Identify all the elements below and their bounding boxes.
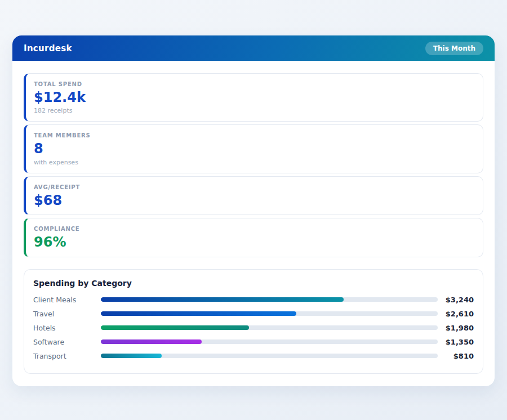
stat-label: COMPLIANCE <box>34 226 474 232</box>
bar-fill <box>101 297 344 302</box>
stat-subtext: 182 receipts <box>34 107 474 114</box>
bar-value: $3,240 <box>438 296 474 304</box>
stat-value: 96% <box>34 235 474 249</box>
app-body: TOTAL SPEND $12.4k 182 receipts TEAM MEM… <box>12 61 495 374</box>
stat-card-compliance: COMPLIANCE 96% <box>24 218 483 257</box>
bar-row-transport: Transport $810 <box>33 349 474 363</box>
bar-row-hotels: Hotels $1,980 <box>33 321 474 335</box>
spending-chart-card: Spending by Category Client Meals $3,240… <box>24 269 483 374</box>
bar-track <box>101 311 438 316</box>
stat-value: $68 <box>34 193 474 208</box>
stat-label: TEAM MEMBERS <box>34 132 474 138</box>
stat-card-team-members: TEAM MEMBERS 8 with expenses <box>24 124 483 173</box>
bar-value: $810 <box>438 352 474 360</box>
bar-value: $1,350 <box>438 338 474 346</box>
bar-track <box>101 297 438 302</box>
bar-track <box>101 325 438 330</box>
bar-fill <box>101 339 202 344</box>
dashboard-container: Incurdesk This Month TOTAL SPEND $12.4k … <box>12 35 495 386</box>
bar-label: Client Meals <box>33 296 101 304</box>
stat-label: TOTAL SPEND <box>34 81 474 87</box>
bar-row-travel: Travel $2,610 <box>33 307 474 321</box>
bar-fill <box>101 354 162 358</box>
bar-row-software: Software $1,350 <box>33 335 474 349</box>
bar-fill <box>101 311 296 316</box>
app-header: Incurdesk This Month <box>12 35 495 61</box>
app-title: Incurdesk <box>24 43 72 53</box>
stat-subtext: with expenses <box>34 159 474 166</box>
stat-value: $12.4k <box>34 90 474 105</box>
bar-label: Travel <box>33 310 101 318</box>
stat-card-total-spend: TOTAL SPEND $12.4k 182 receipts <box>24 73 483 122</box>
stat-value: 8 <box>34 141 474 156</box>
stat-card-avg-receipt: AVG/RECEIPT $68 <box>24 176 483 215</box>
bar-track <box>101 354 438 358</box>
chart-title: Spending by Category <box>33 279 474 288</box>
bar-value: $1,980 <box>438 324 474 332</box>
bar-fill <box>101 325 249 330</box>
bar-row-client-meals: Client Meals $3,240 <box>33 293 474 307</box>
bar-value: $2,610 <box>438 310 474 318</box>
bar-track <box>101 339 438 344</box>
bar-label: Software <box>33 338 101 346</box>
bar-label: Hotels <box>33 324 101 332</box>
stat-label: AVG/RECEIPT <box>34 184 474 190</box>
period-badge-button[interactable]: This Month <box>425 42 483 55</box>
bar-label: Transport <box>33 352 101 360</box>
